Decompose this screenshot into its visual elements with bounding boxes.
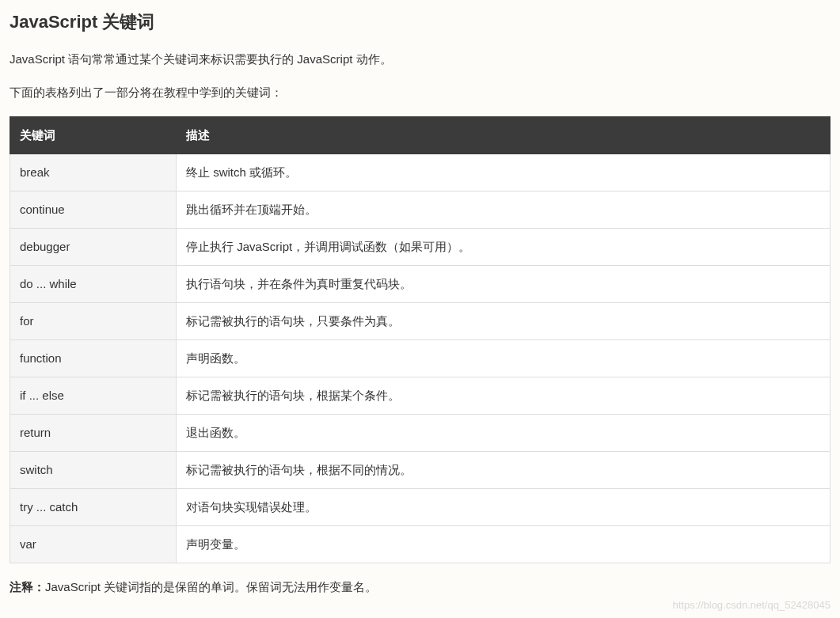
description-cell: 终止 switch 或循环。	[177, 154, 830, 191]
keyword-cell: var	[10, 526, 177, 563]
watermark-text: https://blog.csdn.net/qq_52428045	[673, 597, 831, 614]
description-cell: 停止执行 JavaScript，并调用调试函数（如果可用）。	[177, 229, 830, 266]
note-text: JavaScript 关键词指的是保留的单词。保留词无法用作变量名。	[45, 580, 377, 593]
table-row: debugger 停止执行 JavaScript，并调用调试函数（如果可用）。	[10, 229, 830, 266]
description-cell: 跳出循环并在顶端开始。	[177, 191, 830, 229]
table-row: for 标记需被执行的语句块，只要条件为真。	[10, 303, 830, 340]
page-heading: JavaScript 关键词	[10, 8, 830, 36]
keyword-cell: switch	[10, 452, 177, 489]
keyword-cell: try ... catch	[10, 489, 177, 526]
table-header-description: 描述	[177, 117, 830, 154]
note-paragraph: 注释：JavaScript 关键词指的是保留的单词。保留词无法用作变量名。	[10, 578, 830, 597]
description-cell: 标记需被执行的语句块，根据不同的情况。	[177, 452, 830, 489]
table-row: do ... while 执行语句块，并在条件为真时重复代码块。	[10, 266, 830, 303]
keyword-cell: return	[10, 415, 177, 452]
table-row: switch 标记需被执行的语句块，根据不同的情况。	[10, 452, 830, 489]
table-row: break 终止 switch 或循环。	[10, 154, 830, 191]
table-row: function 声明函数。	[10, 340, 830, 377]
description-cell: 标记需被执行的语句块，根据某个条件。	[177, 377, 830, 415]
table-body: break 终止 switch 或循环。 continue 跳出循环并在顶端开始…	[10, 154, 830, 563]
table-row: if ... else 标记需被执行的语句块，根据某个条件。	[10, 377, 830, 415]
table-row: return 退出函数。	[10, 415, 830, 452]
keyword-cell: function	[10, 340, 177, 377]
keywords-table: 关键词 描述 break 终止 switch 或循环。 continue 跳出循…	[10, 116, 830, 563]
table-header-keyword: 关键词	[10, 117, 177, 154]
description-cell: 声明变量。	[177, 526, 830, 563]
table-header-row: 关键词 描述	[10, 117, 830, 154]
description-cell: 标记需被执行的语句块，只要条件为真。	[177, 303, 830, 340]
intro-paragraph-1: JavaScript 语句常常通过某个关键词来标识需要执行的 JavaScrip…	[10, 50, 830, 69]
intro-paragraph-2: 下面的表格列出了一部分将在教程中学到的关键词：	[10, 83, 830, 102]
keyword-cell: break	[10, 154, 177, 191]
keyword-cell: if ... else	[10, 377, 177, 415]
keyword-cell: for	[10, 303, 177, 340]
table-row: var 声明变量。	[10, 526, 830, 563]
description-cell: 对语句块实现错误处理。	[177, 489, 830, 526]
table-row: continue 跳出循环并在顶端开始。	[10, 191, 830, 229]
keyword-cell: debugger	[10, 229, 177, 266]
description-cell: 声明函数。	[177, 340, 830, 377]
description-cell: 退出函数。	[177, 415, 830, 452]
keyword-cell: do ... while	[10, 266, 177, 303]
keyword-cell: continue	[10, 191, 177, 229]
table-row: try ... catch 对语句块实现错误处理。	[10, 489, 830, 526]
description-cell: 执行语句块，并在条件为真时重复代码块。	[177, 266, 830, 303]
note-label: 注释：	[10, 580, 45, 593]
